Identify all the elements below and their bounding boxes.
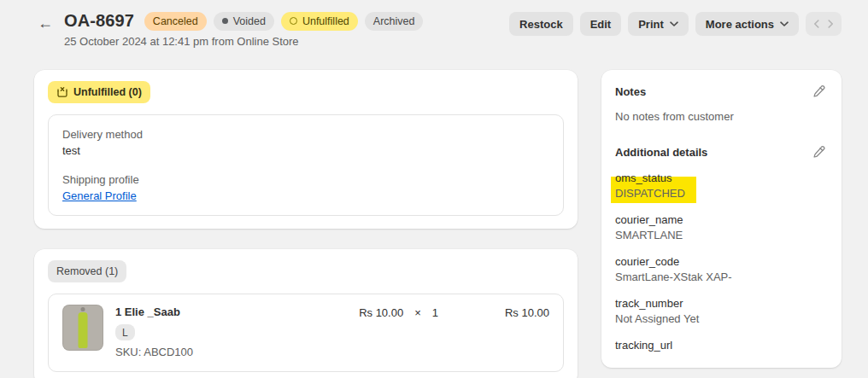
- back-arrow-icon: ←: [38, 15, 53, 32]
- shipping-profile-label: Shipping profile: [62, 172, 549, 188]
- page-title: OA-8697: [64, 11, 134, 31]
- delivery-method-value: test: [62, 142, 549, 159]
- line-total: Rs 10.00: [477, 305, 549, 321]
- line-item-pricing: Rs 10.00 × 1 Rs 10.00: [359, 305, 549, 321]
- edit-notes-button[interactable]: [809, 82, 828, 101]
- header-actions: Restock Edit Print More actions: [509, 12, 842, 36]
- product-image-detail: [81, 307, 85, 311]
- quantity: 1: [432, 305, 438, 321]
- open-circle-icon: [290, 17, 297, 25]
- edit-additional-details-button[interactable]: [809, 142, 828, 161]
- detail-field-tracking-url: tracking_url: [615, 338, 828, 353]
- chevron-right-icon: [828, 18, 834, 31]
- additional-details-title: Additional details: [615, 146, 707, 159]
- order-pagination: [806, 12, 842, 36]
- filled-dot-icon: [222, 18, 228, 24]
- more-actions-button[interactable]: More actions: [695, 12, 799, 36]
- page-header: ← OA-8697 Canceled Voided Unfulfilled Ar…: [34, 11, 842, 48]
- status-badge-voided: Voided: [214, 12, 274, 31]
- detail-field-courier-code: courier_code SmartLane-XStak XAP-: [615, 254, 828, 285]
- status-badge-canceled: Canceled: [144, 12, 207, 31]
- multiply-sign: ×: [414, 305, 421, 321]
- chevron-left-icon: [813, 18, 819, 31]
- detail-field-courier-name: courier_name SMARTLANE: [615, 212, 828, 243]
- delivery-method-label: Delivery method: [62, 126, 549, 142]
- product-title-link[interactable]: 1 Elie _Saab: [115, 305, 347, 320]
- product-image-dress: [79, 312, 88, 348]
- line-item-box: 1 Elie _Saab L SKU: ABCD100 Rs 10.00 × 1…: [48, 294, 564, 372]
- back-button[interactable]: ←: [34, 12, 56, 34]
- status-badges: Canceled Voided Unfulfilled Archived: [144, 12, 424, 31]
- detail-field-oms-status: oms_status DISPATCHED: [615, 171, 828, 201]
- removed-items-card: Removed (1) 1 Elie _Saab L SKU: ABCD100: [34, 249, 578, 378]
- edit-button[interactable]: Edit: [580, 12, 622, 36]
- notes-empty-text: No notes from customer: [615, 109, 828, 125]
- removed-count-badge: Removed (1): [48, 260, 126, 282]
- product-sku: SKU: ABCD100: [115, 345, 347, 359]
- previous-order-button[interactable]: [809, 12, 824, 36]
- order-page: ← OA-8697 Canceled Voided Unfulfilled Ar…: [0, 0, 868, 378]
- detail-field-track-number: track_number Not Assigned Yet: [615, 296, 828, 327]
- unfulfilled-count-badge: Unfulfilled (0): [48, 81, 150, 103]
- pencil-icon: [812, 84, 825, 98]
- fulfillment-card: Unfulfilled (0) Delivery method test Shi…: [34, 70, 578, 229]
- shipping-profile-link[interactable]: General Profile: [62, 188, 137, 204]
- product-thumbnail: [62, 305, 103, 351]
- status-badge-unfulfilled: Unfulfilled: [281, 12, 358, 31]
- chevron-down-icon: [780, 21, 789, 27]
- status-badge-archived: Archived: [365, 12, 424, 31]
- restock-button[interactable]: Restock: [509, 12, 573, 36]
- chevron-down-icon: [670, 21, 678, 27]
- next-order-button[interactable]: [824, 12, 838, 36]
- order-date-subtitle: 25 October 2024 at 12:41 pm from Online …: [64, 35, 423, 48]
- notes-and-details-card: Notes No notes from customer Additional …: [601, 70, 842, 368]
- notes-title: Notes: [615, 85, 646, 98]
- pencil-icon: [812, 145, 825, 159]
- delivery-details-box: Delivery method test Shipping profile Ge…: [48, 114, 564, 216]
- additional-details-fields: oms_status DISPATCHED courier_name SMART…: [615, 171, 828, 353]
- variant-badge: L: [115, 324, 135, 340]
- package-icon: [56, 86, 68, 98]
- unit-price: Rs 10.00: [359, 305, 403, 321]
- line-item-row: 1 Elie _Saab L SKU: ABCD100 Rs 10.00 × 1…: [49, 294, 563, 371]
- print-button[interactable]: Print: [628, 12, 689, 36]
